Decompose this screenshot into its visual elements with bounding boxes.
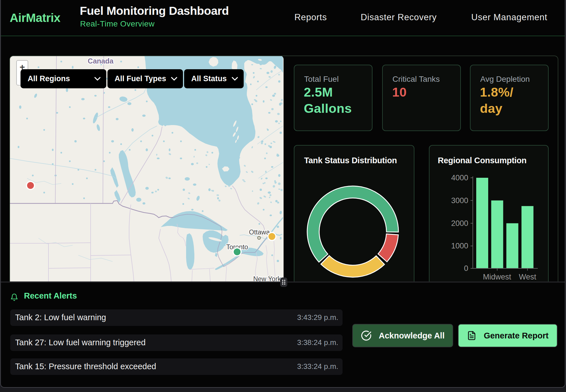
svg-text:West: West	[519, 273, 536, 281]
svg-text:2000: 2000	[451, 219, 468, 228]
svg-text:Canada: Canada	[88, 57, 114, 65]
svg-text:4000: 4000	[451, 173, 468, 182]
svg-text:0: 0	[464, 264, 468, 273]
svg-text:Ottawa: Ottawa	[249, 228, 270, 236]
svg-text:3000: 3000	[451, 196, 468, 205]
svg-text:New York: New York	[253, 275, 281, 282]
svg-text:1000: 1000	[451, 242, 468, 250]
svg-text:Midwest: Midwest	[483, 273, 511, 281]
